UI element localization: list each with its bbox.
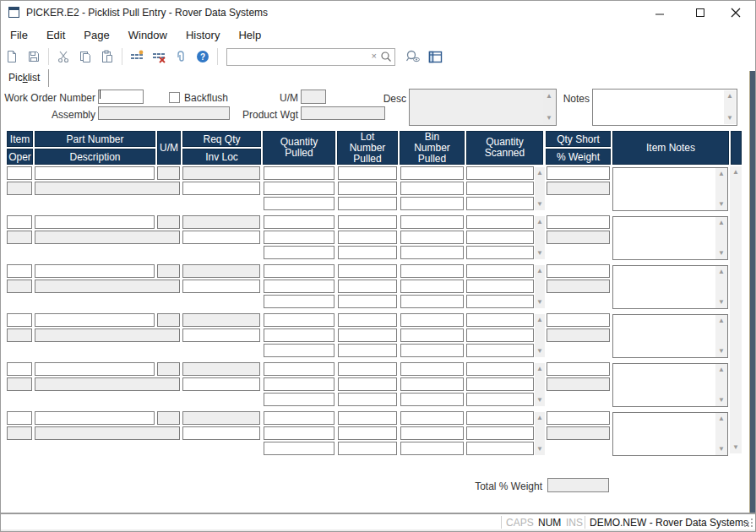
bin-number-field[interactable]	[400, 393, 464, 406]
bin-number-field[interactable]	[400, 377, 464, 391]
row-scrollbar[interactable]: ▲︎ ▼︎	[535, 216, 545, 259]
qty-pulled-field[interactable]	[264, 393, 334, 406]
qty-short-field[interactable]	[547, 264, 610, 278]
lot-number-field[interactable]	[338, 166, 397, 180]
pct-weight-field[interactable]	[547, 280, 610, 293]
quantity-scanned-field[interactable]	[466, 328, 534, 342]
item-notes-scrollbar[interactable]: ▲︎ ▼︎	[715, 266, 727, 308]
qty-pulled-field[interactable]	[264, 295, 334, 308]
quantity-scanned-field[interactable]	[466, 344, 534, 357]
qty-pulled-field[interactable]	[264, 182, 334, 195]
quantity-scanned-field[interactable]	[466, 377, 534, 391]
description-field[interactable]	[35, 426, 180, 440]
part-number-field[interactable]	[35, 411, 155, 425]
um-cell-field[interactable]	[157, 313, 180, 327]
lot-number-field[interactable]	[338, 411, 397, 425]
qty-pulled-field[interactable]	[264, 215, 334, 229]
inv-loc-field[interactable]	[182, 280, 260, 293]
part-number-field[interactable]	[35, 166, 155, 180]
item-notes-field[interactable]: ▲︎ ▼︎	[612, 412, 728, 456]
lot-number-field[interactable]	[338, 344, 397, 357]
inv-loc-field[interactable]	[182, 377, 260, 391]
lot-number-field[interactable]	[338, 182, 397, 195]
qty-pulled-field[interactable]	[264, 344, 334, 357]
qty-pulled-field[interactable]	[264, 246, 334, 259]
qty-short-field[interactable]	[547, 215, 610, 229]
description-field[interactable]	[35, 231, 180, 244]
description-field[interactable]	[35, 377, 180, 391]
qty-pulled-field[interactable]	[264, 313, 334, 327]
pct-weight-field[interactable]	[547, 231, 610, 244]
quantity-scanned-field[interactable]	[466, 426, 534, 440]
lot-number-field[interactable]	[338, 295, 397, 308]
quantity-scanned-field[interactable]	[466, 411, 534, 425]
req-qty-field[interactable]	[182, 313, 260, 327]
bin-number-field[interactable]	[400, 344, 464, 357]
lot-number-field[interactable]	[338, 393, 397, 406]
qty-short-field[interactable]	[547, 362, 610, 376]
part-number-field[interactable]	[35, 362, 155, 376]
quantity-scanned-field[interactable]	[466, 215, 534, 229]
bin-number-field[interactable]	[400, 328, 464, 342]
item-field[interactable]	[7, 215, 32, 229]
inv-loc-field[interactable]	[182, 328, 260, 342]
qty-pulled-field[interactable]	[264, 231, 334, 244]
qty-short-field[interactable]	[547, 411, 610, 425]
quantity-scanned-field[interactable]	[466, 246, 534, 259]
qty-pulled-field[interactable]	[264, 362, 334, 376]
description-field[interactable]	[35, 328, 180, 342]
quantity-scanned-field[interactable]	[466, 442, 534, 455]
qty-short-field[interactable]	[547, 313, 610, 327]
bin-number-field[interactable]	[400, 231, 464, 244]
lot-number-field[interactable]	[338, 231, 397, 244]
item-notes-field[interactable]: ▲︎ ▼︎	[612, 363, 728, 407]
bin-number-field[interactable]	[400, 426, 464, 440]
oper-field[interactable]	[7, 231, 32, 244]
row-scrollbar[interactable]: ▲︎ ▼︎	[535, 363, 545, 406]
part-number-field[interactable]	[35, 215, 155, 229]
inv-loc-field[interactable]	[182, 182, 260, 195]
resize-grip[interactable]	[743, 518, 753, 530]
item-notes-scrollbar[interactable]: ▲︎ ▼︎	[715, 217, 727, 259]
quantity-scanned-field[interactable]	[466, 295, 534, 308]
bin-number-field[interactable]	[400, 166, 464, 180]
quantity-scanned-field[interactable]	[466, 264, 534, 278]
lot-number-field[interactable]	[338, 215, 397, 229]
quantity-scanned-field[interactable]	[466, 362, 534, 376]
qty-pulled-field[interactable]	[264, 411, 334, 425]
lot-number-field[interactable]	[338, 280, 397, 293]
item-field[interactable]	[7, 264, 32, 278]
part-number-field[interactable]	[35, 313, 155, 327]
um-cell-field[interactable]	[157, 411, 180, 425]
qty-pulled-field[interactable]	[264, 442, 334, 455]
req-qty-field[interactable]	[182, 215, 260, 229]
lot-number-field[interactable]	[338, 442, 397, 455]
bin-number-field[interactable]	[400, 264, 464, 278]
item-notes-scrollbar[interactable]: ▲︎ ▼︎	[715, 168, 727, 210]
bin-number-field[interactable]	[400, 182, 464, 195]
qty-pulled-field[interactable]	[264, 264, 334, 278]
qty-short-field[interactable]	[547, 166, 610, 180]
pct-weight-field[interactable]	[547, 182, 610, 195]
inv-loc-field[interactable]	[182, 231, 260, 244]
bin-number-field[interactable]	[400, 215, 464, 229]
lot-number-field[interactable]	[338, 197, 397, 210]
item-field[interactable]	[7, 362, 32, 376]
item-notes-field[interactable]: ▲︎ ▼︎	[612, 167, 728, 211]
quantity-scanned-field[interactable]	[466, 197, 534, 210]
part-number-field[interactable]	[35, 264, 155, 278]
qty-pulled-field[interactable]	[264, 197, 334, 210]
item-field[interactable]	[7, 166, 32, 180]
quantity-scanned-field[interactable]	[466, 166, 534, 180]
pct-weight-field[interactable]	[547, 328, 610, 342]
item-field[interactable]	[7, 411, 32, 425]
row-scrollbar[interactable]: ▲︎ ▼︎	[535, 167, 545, 210]
inv-loc-field[interactable]	[182, 426, 260, 440]
item-notes-scrollbar[interactable]: ▲︎ ▼︎	[715, 413, 727, 455]
table-scrollbar[interactable]: ▲︎ ▼︎	[730, 166, 742, 453]
qty-pulled-field[interactable]	[264, 280, 334, 293]
oper-field[interactable]	[7, 182, 32, 195]
qty-pulled-field[interactable]	[264, 426, 334, 440]
req-qty-field[interactable]	[182, 166, 260, 180]
um-cell-field[interactable]	[157, 362, 180, 376]
